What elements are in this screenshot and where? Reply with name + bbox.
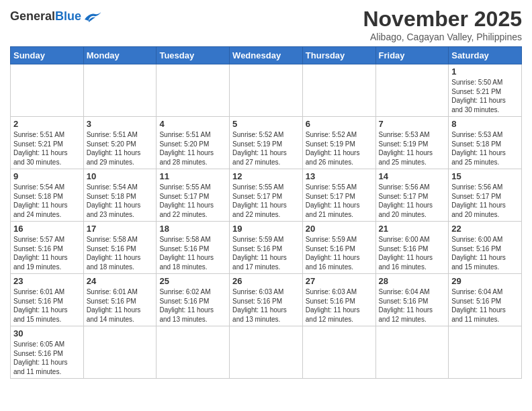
calendar-cell: 19Sunrise: 5:59 AMSunset: 5:16 PMDayligh…	[230, 222, 303, 274]
calendar-week-4: 23Sunrise: 6:01 AMSunset: 5:16 PMDayligh…	[11, 274, 522, 326]
calendar-cell: 27Sunrise: 6:03 AMSunset: 5:16 PMDayligh…	[302, 274, 375, 326]
header-row: SundayMondayTuesdayWednesdayThursdayFrid…	[11, 47, 522, 64]
day-number: 29	[451, 276, 519, 286]
calendar-cell: 30Sunrise: 6:05 AMSunset: 5:16 PMDayligh…	[11, 326, 84, 379]
calendar-cell	[375, 326, 449, 379]
day-number: 11	[159, 171, 226, 181]
calendar-cell: 15Sunrise: 5:56 AMSunset: 5:17 PMDayligh…	[449, 169, 522, 222]
header-friday: Friday	[375, 47, 449, 64]
day-info: Sunrise: 6:02 AMSunset: 5:16 PMDaylight:…	[159, 287, 226, 324]
calendar-cell: 5Sunrise: 5:52 AMSunset: 5:19 PMDaylight…	[230, 117, 303, 169]
day-info: Sunrise: 6:04 AMSunset: 5:16 PMDaylight:…	[379, 287, 446, 324]
calendar-cell: 18Sunrise: 5:58 AMSunset: 5:16 PMDayligh…	[157, 222, 230, 274]
day-info: Sunrise: 5:55 AMSunset: 5:17 PMDaylight:…	[159, 183, 226, 219]
day-number: 3	[87, 119, 154, 129]
calendar-cell: 9Sunrise: 5:54 AMSunset: 5:18 PMDaylight…	[11, 169, 84, 222]
header-thursday: Thursday	[302, 47, 375, 64]
day-number: 9	[13, 171, 81, 181]
calendar-cell: 4Sunrise: 5:51 AMSunset: 5:20 PMDaylight…	[157, 117, 230, 169]
calendar-cell: 29Sunrise: 6:04 AMSunset: 5:16 PMDayligh…	[449, 274, 522, 326]
calendar-cell: 12Sunrise: 5:55 AMSunset: 5:17 PMDayligh…	[230, 169, 303, 222]
day-number: 8	[451, 119, 519, 129]
calendar-cell: 17Sunrise: 5:58 AMSunset: 5:16 PMDayligh…	[83, 222, 157, 274]
day-info: Sunrise: 5:52 AMSunset: 5:19 PMDaylight:…	[306, 130, 373, 167]
day-number: 15	[451, 171, 519, 181]
day-info: Sunrise: 6:00 AMSunset: 5:16 PMDaylight:…	[379, 235, 446, 271]
day-info: Sunrise: 5:51 AMSunset: 5:20 PMDaylight:…	[159, 130, 226, 167]
calendar-cell: 14Sunrise: 5:56 AMSunset: 5:17 PMDayligh…	[375, 169, 449, 222]
day-number: 20	[306, 224, 373, 234]
day-number: 19	[232, 224, 300, 234]
day-info: Sunrise: 5:53 AMSunset: 5:18 PMDaylight:…	[451, 130, 519, 167]
calendar-cell: 2Sunrise: 5:51 AMSunset: 5:21 PMDaylight…	[11, 117, 84, 169]
day-number: 5	[232, 119, 300, 129]
day-number: 25	[159, 276, 226, 286]
calendar-week-2: 9Sunrise: 5:54 AMSunset: 5:18 PMDaylight…	[11, 169, 522, 222]
day-info: Sunrise: 5:55 AMSunset: 5:17 PMDaylight:…	[232, 183, 300, 219]
day-info: Sunrise: 5:56 AMSunset: 5:17 PMDaylight:…	[379, 183, 446, 219]
calendar-week-1: 2Sunrise: 5:51 AMSunset: 5:21 PMDaylight…	[11, 117, 522, 169]
calendar-cell	[83, 326, 157, 379]
calendar-cell: 7Sunrise: 5:53 AMSunset: 5:19 PMDaylight…	[375, 117, 449, 169]
header-tuesday: Tuesday	[157, 47, 230, 64]
calendar-cell: 6Sunrise: 5:52 AMSunset: 5:19 PMDaylight…	[302, 117, 375, 169]
day-number: 27	[306, 276, 373, 286]
month-title: November 2025	[363, 7, 522, 32]
day-info: Sunrise: 5:57 AMSunset: 5:16 PMDaylight:…	[13, 235, 81, 271]
calendar-cell	[11, 64, 84, 117]
day-info: Sunrise: 5:52 AMSunset: 5:19 PMDaylight:…	[232, 130, 300, 167]
calendar-cell	[83, 64, 157, 117]
day-info: Sunrise: 5:50 AMSunset: 5:21 PMDaylight:…	[451, 78, 519, 114]
calendar-cell	[230, 64, 303, 117]
day-number: 4	[159, 119, 226, 129]
day-number: 17	[87, 224, 154, 234]
day-info: Sunrise: 5:54 AMSunset: 5:18 PMDaylight:…	[13, 183, 81, 219]
day-number: 1	[451, 66, 519, 77]
day-info: Sunrise: 5:56 AMSunset: 5:17 PMDaylight:…	[451, 183, 519, 219]
calendar-cell: 8Sunrise: 5:53 AMSunset: 5:18 PMDaylight…	[449, 117, 522, 169]
day-number: 6	[306, 119, 373, 129]
calendar-cell: 24Sunrise: 6:01 AMSunset: 5:16 PMDayligh…	[83, 274, 157, 326]
day-info: Sunrise: 6:04 AMSunset: 5:16 PMDaylight:…	[451, 287, 519, 324]
page-header: GeneralBlue November 2025 Alibago, Cagay…	[10, 7, 522, 42]
day-info: Sunrise: 6:03 AMSunset: 5:16 PMDaylight:…	[306, 287, 373, 324]
day-number: 24	[87, 276, 154, 286]
calendar-header: SundayMondayTuesdayWednesdayThursdayFrid…	[11, 47, 522, 64]
calendar-cell: 3Sunrise: 5:51 AMSunset: 5:20 PMDaylight…	[83, 117, 157, 169]
calendar-cell	[375, 64, 449, 117]
calendar-cell	[157, 64, 230, 117]
header-monday: Monday	[83, 47, 157, 64]
calendar-cell: 16Sunrise: 5:57 AMSunset: 5:16 PMDayligh…	[11, 222, 84, 274]
day-number: 21	[379, 224, 446, 234]
title-block: November 2025 Alibago, Cagayan Valley, P…	[363, 7, 522, 42]
calendar-table: SundayMondayTuesdayWednesdayThursdayFrid…	[10, 46, 522, 379]
calendar-week-0: 1Sunrise: 5:50 AMSunset: 5:21 PMDaylight…	[11, 64, 522, 117]
day-info: Sunrise: 6:01 AMSunset: 5:16 PMDaylight:…	[13, 287, 81, 324]
calendar-cell	[449, 326, 522, 379]
header-wednesday: Wednesday	[230, 47, 303, 64]
day-number: 2	[13, 119, 81, 129]
day-info: Sunrise: 6:01 AMSunset: 5:16 PMDaylight:…	[87, 287, 154, 324]
calendar-cell: 20Sunrise: 5:59 AMSunset: 5:16 PMDayligh…	[302, 222, 375, 274]
calendar-cell: 21Sunrise: 6:00 AMSunset: 5:16 PMDayligh…	[375, 222, 449, 274]
day-number: 23	[13, 276, 81, 286]
header-sunday: Sunday	[11, 47, 84, 64]
day-number: 18	[159, 224, 226, 234]
calendar-week-5: 30Sunrise: 6:05 AMSunset: 5:16 PMDayligh…	[11, 326, 522, 379]
logo: GeneralBlue	[10, 7, 102, 24]
day-info: Sunrise: 5:58 AMSunset: 5:16 PMDaylight:…	[159, 235, 226, 271]
day-number: 28	[379, 276, 446, 286]
day-number: 10	[87, 171, 154, 181]
day-number: 26	[232, 276, 300, 286]
logo-general-text: General	[10, 9, 55, 24]
day-info: Sunrise: 5:53 AMSunset: 5:19 PMDaylight:…	[379, 130, 446, 167]
calendar-cell	[157, 326, 230, 379]
calendar-cell: 25Sunrise: 6:02 AMSunset: 5:16 PMDayligh…	[157, 274, 230, 326]
calendar-cell: 11Sunrise: 5:55 AMSunset: 5:17 PMDayligh…	[157, 169, 230, 222]
location-subtitle: Alibago, Cagayan Valley, Philippines	[363, 32, 522, 42]
day-number: 13	[306, 171, 373, 181]
day-info: Sunrise: 5:51 AMSunset: 5:21 PMDaylight:…	[13, 130, 81, 167]
header-saturday: Saturday	[449, 47, 522, 64]
day-number: 12	[232, 171, 300, 181]
calendar-cell: 10Sunrise: 5:54 AMSunset: 5:18 PMDayligh…	[83, 169, 157, 222]
